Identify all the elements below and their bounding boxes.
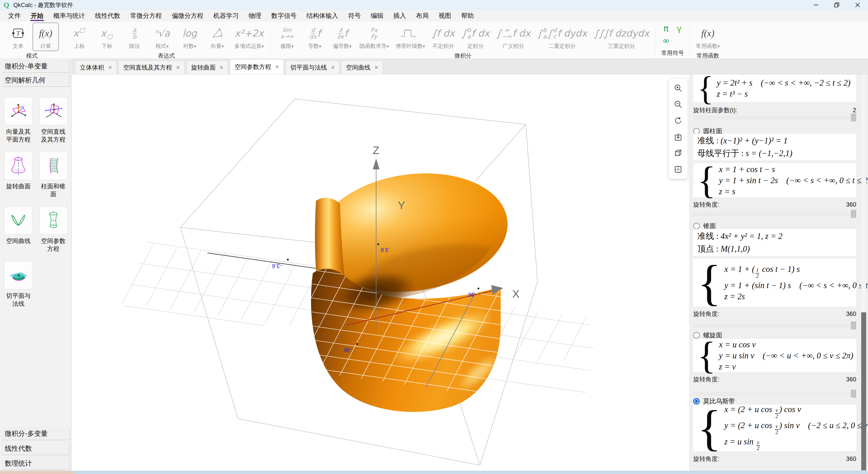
- menu-edit[interactable]: 编辑: [366, 10, 388, 22]
- sidebar-section-linear-algebra[interactable]: 线性代数: [2, 442, 70, 455]
- zoom-out-button[interactable]: [673, 99, 683, 109]
- improper-integral-button[interactable]: ∫∞−∞f dx 广义积分: [494, 23, 533, 51]
- derivative-button[interactable]: ddxf 导数▾: [302, 23, 328, 51]
- common-functions-button[interactable]: f(x) 常用函数▾: [693, 23, 722, 51]
- division-button[interactable]: ab 除法: [121, 23, 148, 51]
- panel-scrollbar[interactable]: [861, 74, 866, 471]
- z-axis-arrow: [373, 159, 379, 169]
- tab-space-curve[interactable]: 空间曲线×: [341, 61, 383, 74]
- radio-helicoid[interactable]: 螺旋面: [693, 331, 856, 340]
- ribbon-group-calculus: limx→∞ 极限▾ ddxf 导数▾ ∂∂xf 偏导数▾ FxFy 隐函数求导…: [270, 23, 655, 59]
- sidebar-item-tangent-plane[interactable]: 切平面与法线: [1, 261, 36, 308]
- cone-angle-slider[interactable]: [693, 324, 856, 327]
- z-axis-label: Z: [373, 144, 379, 156]
- tab-close-icon[interactable]: ×: [220, 64, 223, 71]
- restore-button[interactable]: [827, 0, 847, 10]
- cylinder-param-value: 2: [853, 107, 856, 114]
- sidebar-item-space-line[interactable]: 空间直线及其方程: [36, 97, 71, 144]
- tab-tangent-plane[interactable]: 切平面与法线×: [285, 61, 339, 74]
- subscript-button[interactable]: x □ 下标: [94, 23, 120, 51]
- ribbon-group-mode: T 文本 f(x) 计算 模式: [1, 23, 62, 59]
- tab-parametric-equations[interactable]: 空间参数方程×: [230, 59, 284, 74]
- tab-close-icon[interactable]: ×: [176, 64, 180, 71]
- calc-mode-button[interactable]: f(x) 计算: [33, 23, 59, 51]
- tab-solid-volume[interactable]: 立体体积×: [75, 61, 117, 74]
- menu-insert[interactable]: 插入: [388, 10, 411, 22]
- radio-dot[interactable]: [693, 223, 700, 229]
- menu-ml[interactable]: 机器学习: [209, 10, 244, 22]
- sidebar-section-calculus-multi[interactable]: 微积分-多变量: [2, 427, 70, 440]
- minimize-button[interactable]: [806, 0, 827, 10]
- vector-button[interactable]: 向量▾: [204, 23, 230, 51]
- superscript-button[interactable]: x□ 上标: [66, 23, 92, 51]
- cylinder-param-slider[interactable]: [693, 116, 856, 119]
- menu-physics[interactable]: 物理: [244, 10, 266, 22]
- menu-file[interactable]: 文件: [3, 10, 26, 22]
- vector-plane-icon: [4, 97, 32, 125]
- radical-button[interactable]: ⁿ√a 根式▾: [149, 23, 175, 51]
- window-title: QkCalc - 趣宽数学软件: [13, 1, 73, 9]
- pi-symbol-button[interactable]: π: [659, 23, 673, 34]
- limit-button[interactable]: limx→∞ 极限▾: [274, 23, 300, 51]
- cylinder-angle-slider[interactable]: [693, 213, 856, 215]
- dropdown-arrow-icon: ▾: [386, 44, 389, 49]
- sidebar-item-vector-plane[interactable]: 向量及其平面方程: [1, 97, 36, 144]
- menu-view[interactable]: 视图: [434, 10, 456, 22]
- text-mode-button[interactable]: T 文本: [5, 23, 31, 51]
- slider-thumb[interactable]: [851, 113, 856, 121]
- triple-integral-button[interactable]: ∫∫∫f dzdydx 三重定积分: [591, 23, 652, 51]
- partial-derivative-button[interactable]: ∂∂xf 偏导数▾: [329, 23, 355, 51]
- tab-close-icon[interactable]: ×: [108, 64, 112, 71]
- app-window: Q QkCalc - 趣宽数学软件 文件 开始 概率与统计 线性代数 常微分方程…: [0, 0, 868, 474]
- cube-view-button[interactable]: [673, 148, 683, 158]
- zoom-in-button[interactable]: [673, 83, 683, 93]
- gamma-symbol-button[interactable]: γ: [673, 23, 686, 34]
- menu-ode[interactable]: 常微分方程: [125, 10, 167, 22]
- menu-home[interactable]: 开始: [26, 10, 49, 22]
- sidebar-item-cylinder-cone[interactable]: 柱面和锥面: [36, 152, 71, 198]
- window-controls: [806, 0, 868, 10]
- sidebar-item-space-curve[interactable]: 空间曲线: [1, 206, 36, 253]
- sidebar-section-calculus-single[interactable]: 微积分-单变量: [2, 60, 70, 73]
- sidebar-section-space-geometry[interactable]: 空间解析几何: [2, 74, 70, 87]
- export-image-button[interactable]: [673, 132, 683, 142]
- menu-layout[interactable]: 布局: [411, 10, 434, 22]
- menu-dsp[interactable]: 数字信号: [266, 10, 302, 22]
- tab-space-line[interactable]: 空间直线及其方程×: [119, 61, 184, 74]
- fourier-series-button[interactable]: 傅里叶级数▾: [393, 23, 428, 51]
- polynomial-button[interactable]: x²+2x 多项式运算▾: [232, 23, 267, 51]
- double-integral-button[interactable]: ∫ba∫dcf dydx 二重定积分: [535, 23, 590, 51]
- definite-integral-button[interactable]: ∫baf dx 定积分: [459, 23, 492, 51]
- menu-pde[interactable]: 偏微分方程: [167, 10, 209, 22]
- sidebar-item-surface-revolution[interactable]: 旋转曲面: [1, 152, 36, 198]
- mobius-angle-row: 旋转角度: 360: [693, 455, 856, 463]
- menu-probability[interactable]: 概率与统计: [49, 10, 90, 22]
- close-button[interactable]: [847, 0, 868, 10]
- sidebar-item-parametric-equations[interactable]: 空间参数方程: [36, 206, 71, 253]
- viewport-3d[interactable]: Z Y X -3.6 36 -36 3.6: [72, 74, 689, 471]
- menu-linear-algebra[interactable]: 线性代数: [90, 10, 125, 22]
- dropdown-arrow-icon: ▾: [166, 44, 168, 49]
- tab-close-icon[interactable]: ×: [275, 63, 279, 70]
- slider-thumb[interactable]: [851, 210, 856, 218]
- tab-close-icon[interactable]: ×: [331, 64, 335, 71]
- reset-rotation-button[interactable]: [673, 115, 683, 126]
- menu-symbols[interactable]: 符号: [343, 10, 366, 22]
- slider-thumb[interactable]: [851, 390, 856, 398]
- tab-close-icon[interactable]: ×: [375, 64, 378, 71]
- radio-dot[interactable]: [693, 128, 700, 134]
- dropdown-arrow-icon: ▾: [261, 44, 264, 49]
- menu-struct-input[interactable]: 结构体输入: [302, 10, 343, 22]
- logarithm-button[interactable]: log 对数▾: [177, 23, 203, 51]
- infinity-symbol-button[interactable]: ∞: [659, 35, 673, 46]
- menu-help[interactable]: 帮助: [456, 10, 479, 22]
- panel-scrollbar-thumb[interactable]: [861, 312, 866, 470]
- tab-surface-revolution[interactable]: 旋转曲面×: [186, 61, 228, 74]
- helicoid-angle-slider[interactable]: [693, 393, 856, 395]
- implicit-derivative-button[interactable]: FxFy 隐函数求导▾: [357, 23, 392, 51]
- indefinite-integral-button[interactable]: ∫f dx 不定积分: [429, 23, 458, 51]
- slider-thumb[interactable]: [851, 321, 856, 329]
- sidebar-section-statistics[interactable]: 数理统计: [2, 457, 70, 470]
- parametric-equations-icon: [39, 206, 67, 234]
- grid-toggle-button[interactable]: [673, 164, 683, 174]
